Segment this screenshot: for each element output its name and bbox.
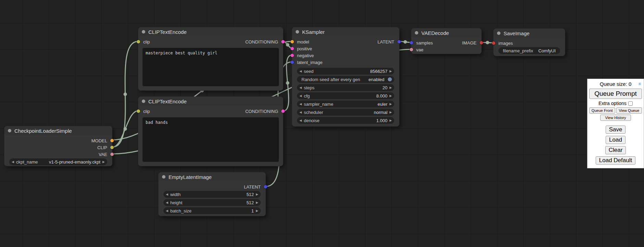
increment-arrow-icon[interactable]: ▶ bbox=[389, 111, 392, 114]
widget-denoise[interactable]: ◀ denoise 1.000 ▶ bbox=[297, 117, 394, 124]
decrement-arrow-icon[interactable]: ◀ bbox=[299, 119, 302, 122]
port-dot-images-input[interactable] bbox=[492, 41, 495, 45]
node-header[interactable]: CheckpointLoaderSimple bbox=[4, 126, 112, 135]
port-dot-clip-input[interactable] bbox=[137, 40, 140, 43]
increment-arrow-icon[interactable]: ▶ bbox=[389, 119, 392, 122]
node-clip-text-encode-positive[interactable]: CLIPTextEncode clip CONDITIONING masterp… bbox=[138, 27, 283, 91]
toggle-on-icon[interactable] bbox=[388, 77, 392, 81]
increment-arrow-icon[interactable]: ▶ bbox=[389, 86, 392, 89]
view-history-button[interactable]: View History bbox=[600, 115, 631, 121]
view-queue-button[interactable]: View Queue bbox=[616, 107, 642, 114]
collapse-dot-icon[interactable] bbox=[8, 129, 11, 132]
link-midpoint-dot[interactable] bbox=[404, 40, 407, 44]
widget-height[interactable]: ◀ height 512 ▶ bbox=[163, 199, 261, 206]
slot-label-negative: negative bbox=[297, 53, 314, 58]
node-save-image[interactable]: SaveImage images filename_prefix ComfyUI bbox=[493, 28, 565, 56]
increment-arrow-icon[interactable]: ▶ bbox=[256, 209, 258, 212]
decrement-arrow-icon[interactable]: ◀ bbox=[299, 103, 302, 106]
widget-label: sampler_name bbox=[304, 102, 333, 107]
save-button[interactable]: Save bbox=[606, 126, 626, 134]
increment-arrow-icon[interactable]: ▶ bbox=[389, 94, 392, 98]
node-clip-text-encode-negative[interactable]: CLIPTextEncode clip CONDITIONING bad han… bbox=[138, 96, 283, 166]
node-title: CLIPTextEncode bbox=[148, 99, 187, 104]
slot-label-vae: VAE bbox=[99, 152, 107, 157]
port-dot-positive-input[interactable] bbox=[290, 47, 294, 50]
collapse-dot-icon[interactable] bbox=[142, 100, 145, 103]
node-header[interactable]: KSampler bbox=[292, 27, 399, 36]
graph-canvas[interactable]: CheckpointLoaderSimple MODEL CLIP VAE ◀ … bbox=[0, 0, 644, 247]
link-midpoint-dot[interactable] bbox=[286, 43, 289, 47]
decrement-arrow-icon[interactable]: ◀ bbox=[166, 193, 168, 196]
decrement-arrow-icon[interactable]: ◀ bbox=[166, 201, 168, 204]
queue-prompt-button[interactable]: Queue Prompt bbox=[589, 89, 642, 99]
port-dot-model[interactable] bbox=[110, 139, 114, 142]
widget-label: filename_prefix bbox=[503, 48, 533, 53]
widget-scheduler[interactable]: ◀ scheduler normal ▶ bbox=[297, 109, 394, 116]
widget-cfg[interactable]: ◀ cfg 8.000 ▶ bbox=[297, 92, 394, 99]
queue-front-button[interactable]: Queue Front bbox=[589, 107, 615, 114]
widget-random-seed-toggle[interactable]: Random seed after every gen enabled bbox=[297, 76, 394, 83]
slot-label-positive: positive bbox=[297, 46, 312, 51]
port-dot-image-output[interactable] bbox=[480, 41, 483, 44]
increment-arrow-icon[interactable]: ▶ bbox=[389, 103, 392, 106]
load-default-button[interactable]: Load Default bbox=[596, 156, 635, 165]
port-dot-vae-input[interactable] bbox=[410, 48, 413, 51]
node-header[interactable]: CLIPTextEncode bbox=[138, 97, 283, 106]
port-dot-clip-input[interactable] bbox=[137, 109, 140, 113]
widget-label: batch_size bbox=[170, 208, 191, 213]
positive-prompt-textarea[interactable]: masterpiece best quality girl bbox=[143, 48, 279, 86]
collapse-dot-icon[interactable] bbox=[162, 175, 165, 179]
widget-width[interactable]: ◀ width 512 ▶ bbox=[163, 191, 261, 198]
port-dot-clip[interactable] bbox=[110, 146, 114, 149]
link-midpoint-dot[interactable] bbox=[486, 41, 489, 44]
extra-options-checkbox[interactable] bbox=[628, 101, 633, 106]
link-midpoint-dot[interactable] bbox=[286, 81, 289, 85]
link-midpoint-dot[interactable] bbox=[124, 93, 127, 96]
widget-sampler-name[interactable]: ◀ sampler_name euler ▶ bbox=[297, 101, 394, 107]
widget-ckpt-name[interactable]: ◀ ckpt_name v1-5-pruned-emaonly.ckpt ▶ bbox=[9, 158, 107, 165]
port-dot-negative-input[interactable] bbox=[290, 54, 294, 57]
port-dot-latent-output[interactable] bbox=[264, 185, 267, 188]
widget-steps[interactable]: ◀ steps 20 ▶ bbox=[297, 84, 394, 91]
node-header[interactable]: VAEDecode bbox=[411, 28, 481, 37]
increment-arrow-icon[interactable]: ▶ bbox=[256, 193, 258, 196]
node-empty-latent-image[interactable]: EmptyLatentImage LATENT ◀ width 512 ▶ ◀ … bbox=[158, 172, 266, 216]
increment-arrow-icon[interactable]: ▶ bbox=[256, 201, 258, 204]
slot-row: vae bbox=[411, 46, 481, 53]
port-dot-latent-image-input[interactable] bbox=[290, 61, 294, 64]
collapse-dot-icon[interactable] bbox=[296, 30, 299, 34]
menu-panel: Queue size: 0 ✳ Queue Prompt Extra optio… bbox=[587, 79, 644, 168]
widget-seed[interactable]: ◀ seed 8566257 ▶ bbox=[297, 68, 394, 75]
port-dot-conditioning-output[interactable] bbox=[281, 109, 285, 113]
decrement-arrow-icon[interactable]: ◀ bbox=[299, 70, 302, 73]
node-vae-decode[interactable]: VAEDecode samples IMAGE vae bbox=[411, 28, 482, 54]
node-header[interactable]: CLIPTextEncode bbox=[138, 27, 283, 36]
negative-prompt-textarea[interactable]: bad hands bbox=[143, 117, 279, 162]
node-checkpoint-loader-simple[interactable]: CheckpointLoaderSimple MODEL CLIP VAE ◀ … bbox=[4, 126, 112, 166]
link-midpoint-dot[interactable] bbox=[124, 127, 127, 131]
port-dot-conditioning-output[interactable] bbox=[281, 40, 285, 43]
widget-filename-prefix[interactable]: filename_prefix ComfyUI bbox=[498, 47, 560, 54]
decrement-arrow-icon[interactable]: ◀ bbox=[299, 86, 302, 89]
increment-arrow-icon[interactable]: ▶ bbox=[102, 160, 105, 164]
collapse-dot-icon[interactable] bbox=[142, 30, 145, 34]
node-header[interactable]: EmptyLatentImage bbox=[159, 172, 265, 181]
clear-button[interactable]: Clear bbox=[605, 146, 626, 154]
node-header[interactable]: SaveImage bbox=[494, 29, 565, 38]
decrement-arrow-icon[interactable]: ◀ bbox=[299, 111, 302, 114]
settings-icon[interactable]: ✳ bbox=[638, 81, 642, 87]
port-dot-model-input[interactable] bbox=[290, 40, 294, 43]
node-ksampler[interactable]: KSampler model LATENT positive negative … bbox=[292, 27, 399, 127]
widget-batch-size[interactable]: ◀ batch_size 1 ▶ bbox=[163, 207, 261, 214]
decrement-arrow-icon[interactable]: ◀ bbox=[299, 94, 302, 98]
port-dot-samples-input[interactable] bbox=[410, 41, 413, 44]
widget-label: scheduler bbox=[304, 110, 323, 115]
decrement-arrow-icon[interactable]: ◀ bbox=[12, 160, 14, 164]
collapse-dot-icon[interactable] bbox=[497, 31, 500, 35]
port-dot-vae[interactable] bbox=[110, 153, 114, 156]
collapse-dot-icon[interactable] bbox=[415, 31, 418, 35]
load-button[interactable]: Load bbox=[606, 136, 626, 144]
port-dot-latent-output[interactable] bbox=[397, 40, 401, 43]
increment-arrow-icon[interactable]: ▶ bbox=[389, 70, 392, 73]
decrement-arrow-icon[interactable]: ◀ bbox=[166, 209, 168, 212]
